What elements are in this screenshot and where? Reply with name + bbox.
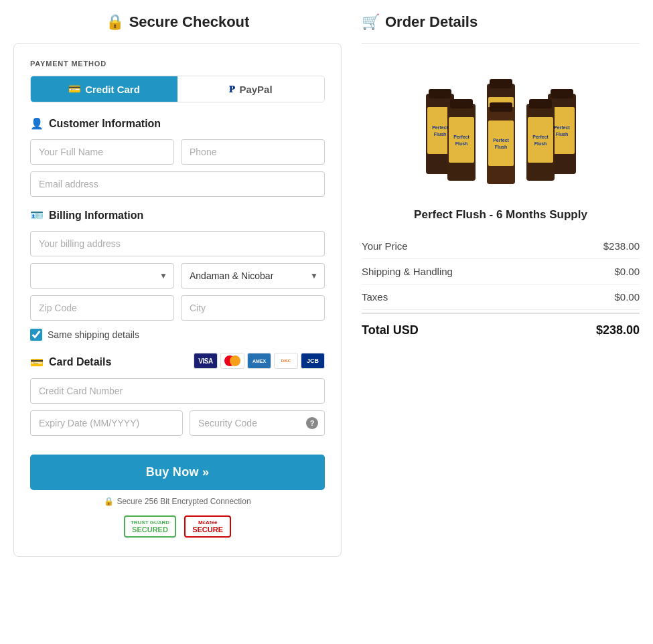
cc-number-input[interactable] bbox=[30, 378, 325, 404]
svg-rect-11 bbox=[490, 79, 512, 88]
mcafee-top-text: McAfee bbox=[198, 519, 217, 526]
trustguard-main-text: SECURED bbox=[132, 526, 168, 534]
discover-icon: DISC bbox=[274, 353, 298, 369]
person-icon: 👤 bbox=[30, 117, 44, 130]
address-input[interactable] bbox=[30, 231, 325, 256]
state-country-row: ▼ Andaman & Nicobar ▼ bbox=[30, 263, 325, 289]
svg-text:Perfect: Perfect bbox=[554, 125, 570, 130]
mastercard-icon bbox=[220, 353, 244, 369]
checkout-card: PAYMENT METHOD 💳 Credit Card 𝐏 PayPal 👤 … bbox=[13, 43, 342, 557]
credit-card-tab-icon: 💳 bbox=[68, 83, 81, 95]
id-card-icon: 🪪 bbox=[30, 209, 44, 222]
svg-text:Perfect: Perfect bbox=[453, 135, 469, 139]
paypal-icon: 𝐏 bbox=[229, 84, 235, 95]
paypal-tab[interactable]: 𝐏 PayPal bbox=[177, 76, 324, 102]
svg-text:Flush: Flush bbox=[455, 141, 467, 146]
svg-text:Flush: Flush bbox=[555, 132, 568, 137]
svg-rect-26 bbox=[490, 102, 512, 112]
mcafee-badge: McAfee SECURE bbox=[184, 515, 231, 538]
taxes-value: $0.00 bbox=[614, 291, 640, 303]
region-select-wrapper: Andaman & Nicobar ▼ bbox=[181, 263, 325, 289]
lock-icon: 🔒 bbox=[106, 13, 124, 31]
cart-icon: 🛒 bbox=[362, 13, 380, 31]
jcb-icon: JCB bbox=[301, 353, 325, 369]
taxes-line: Taxes $0.00 bbox=[362, 285, 640, 310]
your-price-value: $238.00 bbox=[603, 240, 640, 252]
checkout-header: 🔒 Secure Checkout bbox=[13, 13, 342, 31]
zip-input[interactable] bbox=[30, 295, 174, 321]
credit-card-tab-label: Credit Card bbox=[85, 84, 140, 95]
email-row bbox=[30, 171, 325, 197]
card-details-section: 💳 Card Details VISA AMEX DISC bbox=[30, 353, 325, 436]
visa-icon: VISA bbox=[194, 353, 218, 369]
payment-method-label: PAYMENT METHOD bbox=[30, 60, 325, 68]
customer-info-title: 👤 Customer Information bbox=[30, 117, 325, 130]
svg-text:Perfect: Perfect bbox=[532, 135, 549, 139]
trust-badges-area: TRUST GUARD SECURED McAfee SECURE bbox=[30, 515, 325, 538]
trustguard-top-text: TRUST GUARD bbox=[131, 519, 169, 526]
email-input[interactable] bbox=[30, 171, 325, 197]
city-input[interactable] bbox=[181, 295, 325, 321]
same-shipping-label: Same shipping details bbox=[48, 329, 139, 340]
buy-now-button[interactable]: Buy Now » bbox=[30, 455, 325, 490]
state-select-wrapper: ▼ bbox=[30, 263, 174, 289]
svg-rect-22 bbox=[528, 117, 553, 163]
paypal-tab-label: PayPal bbox=[239, 84, 272, 95]
order-details-column: 🛒 Order Details Perfect Flush bbox=[355, 13, 640, 557]
product-name: Perfect Flush - 6 Months Supply bbox=[362, 208, 640, 222]
order-details-card: Perfect Flush Perfect Flush bbox=[362, 43, 640, 340]
svg-text:Perfect: Perfect bbox=[432, 125, 448, 130]
security-code-wrapper: ? bbox=[190, 410, 325, 436]
svg-rect-27 bbox=[488, 120, 514, 166]
svg-text:Perfect: Perfect bbox=[493, 138, 509, 143]
zip-city-row bbox=[30, 295, 325, 321]
card-icons-group: VISA AMEX DISC JCB bbox=[194, 353, 325, 369]
svg-rect-16 bbox=[450, 99, 473, 108]
payment-tabs: 💳 Credit Card 𝐏 PayPal bbox=[30, 76, 325, 102]
mcafee-main-text: SECURE bbox=[192, 526, 223, 534]
country-select[interactable] bbox=[30, 263, 174, 289]
full-name-input[interactable] bbox=[30, 139, 174, 165]
svg-rect-17 bbox=[449, 117, 474, 163]
svg-text:Flush: Flush bbox=[433, 132, 446, 137]
phone-input[interactable] bbox=[181, 139, 325, 165]
svg-rect-1 bbox=[429, 89, 451, 98]
cc-number-row bbox=[30, 378, 325, 404]
shipping-label: Shipping & Handling bbox=[362, 266, 453, 277]
svg-text:Flush: Flush bbox=[534, 141, 547, 146]
product-image: Perfect Flush Perfect Flush bbox=[414, 57, 588, 197]
secure-connection-text: 🔒 Secure 256 Bit Encrypted Connection bbox=[30, 497, 325, 506]
name-phone-row bbox=[30, 139, 325, 165]
product-image-area: Perfect Flush Perfect Flush bbox=[362, 57, 640, 197]
billing-section: 🪪 Billing Information ▼ And bbox=[30, 209, 325, 341]
credit-card-tab[interactable]: 💳 Credit Card bbox=[31, 76, 177, 102]
order-details-header: 🛒 Order Details bbox=[362, 13, 640, 31]
svg-rect-21 bbox=[529, 99, 552, 108]
svg-text:Flush: Flush bbox=[494, 145, 507, 149]
billing-info-title: 🪪 Billing Information bbox=[30, 209, 325, 222]
region-select[interactable]: Andaman & Nicobar bbox=[181, 263, 325, 289]
security-help-icon[interactable]: ? bbox=[306, 417, 318, 429]
amex-icon: AMEX bbox=[247, 353, 271, 369]
security-code-input[interactable] bbox=[190, 410, 325, 436]
total-line: Total USD $238.00 bbox=[362, 313, 640, 340]
shipping-line: Shipping & Handling $0.00 bbox=[362, 259, 640, 285]
svg-rect-6 bbox=[551, 89, 573, 98]
card-details-title: 💳 Card Details bbox=[30, 356, 111, 369]
card-details-icon: 💳 bbox=[30, 356, 44, 369]
total-value: $238.00 bbox=[596, 323, 640, 337]
your-price-label: Your Price bbox=[362, 240, 408, 252]
secure-lock-icon: 🔒 bbox=[104, 497, 114, 506]
taxes-label: Taxes bbox=[362, 291, 388, 303]
checkout-header-text: Secure Checkout bbox=[129, 13, 250, 31]
order-details-header-text: Order Details bbox=[385, 13, 478, 31]
expiry-security-row: ? bbox=[30, 410, 325, 436]
total-label: Total USD bbox=[362, 323, 419, 337]
checkout-form-column: 🔒 Secure Checkout PAYMENT METHOD 💳 Credi… bbox=[13, 13, 342, 557]
expiry-input[interactable] bbox=[30, 410, 183, 436]
same-shipping-checkbox[interactable] bbox=[30, 329, 42, 341]
address-row bbox=[30, 231, 325, 256]
shipping-value: $0.00 bbox=[614, 266, 640, 277]
trustguard-badge: TRUST GUARD SECURED bbox=[124, 515, 176, 538]
your-price-line: Your Price $238.00 bbox=[362, 234, 640, 259]
